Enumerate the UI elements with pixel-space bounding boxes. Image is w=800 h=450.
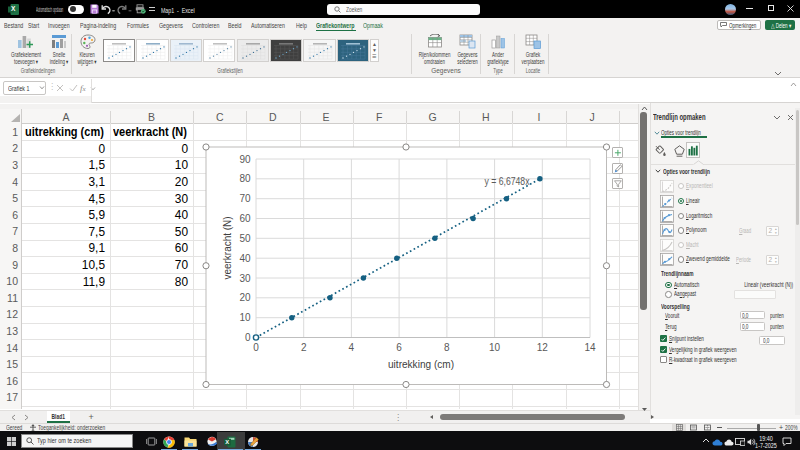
- svg-text:2: 2: [301, 342, 307, 353]
- svg-text:40: 40: [239, 253, 251, 264]
- svg-text:veerkracht (N): veerkracht (N): [221, 217, 233, 280]
- svg-text:X: X: [225, 439, 229, 445]
- svg-text:60: 60: [239, 213, 251, 224]
- svg-text:10: 10: [239, 312, 251, 323]
- svg-text:X: X: [11, 5, 16, 12]
- svg-text:12: 12: [537, 342, 549, 353]
- svg-text:20: 20: [239, 292, 251, 303]
- svg-text:0: 0: [253, 342, 259, 353]
- svg-text:0: 0: [245, 332, 251, 343]
- svg-text:y = 6,6748x: y = 6,6748x: [485, 175, 531, 187]
- svg-text:4: 4: [349, 342, 355, 353]
- svg-text:14: 14: [584, 342, 596, 353]
- svg-text:80: 80: [239, 173, 251, 184]
- svg-text:70: 70: [239, 193, 251, 204]
- svg-text:50: 50: [239, 233, 251, 244]
- svg-text:30: 30: [239, 273, 251, 284]
- svg-text:90: 90: [239, 154, 251, 165]
- svg-text:10: 10: [489, 342, 501, 353]
- svg-text:uitrekking (cm): uitrekking (cm): [388, 358, 454, 370]
- svg-text:6: 6: [396, 342, 402, 353]
- svg-text:8: 8: [444, 342, 450, 353]
